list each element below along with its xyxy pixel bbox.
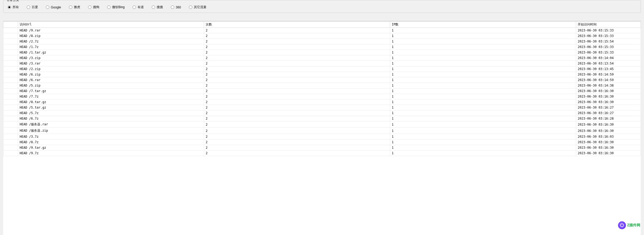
cell-ip: 1 xyxy=(390,39,576,44)
cell-time: 2023-06-30 03:16:27 xyxy=(576,110,641,116)
cell-url: HEAD /3.rar xyxy=(18,61,204,66)
radio-7[interactable]: 搜搜 xyxy=(152,5,163,9)
radio-label: 有道 xyxy=(138,5,144,9)
log-table-container: 访问Url 次数 IP数 开始访问时间 HEAD /9.rar212023-06… xyxy=(3,21,641,235)
col-header-count[interactable]: 次数 xyxy=(204,22,390,28)
cell-blank xyxy=(3,72,18,77)
cell-url: HEAD /7.tar.gz xyxy=(18,88,204,94)
cell-time: 2023-06-30 03:16:30 xyxy=(576,88,641,94)
cell-count: 2 xyxy=(204,151,390,156)
cell-count: 2 xyxy=(204,66,390,72)
engine-category-group: 引擎分类 所有百度Google雅虎搜狗微软Bing有道搜搜360其它流量 xyxy=(3,0,641,13)
radio-4[interactable]: 搜狗 xyxy=(88,5,99,9)
cell-blank xyxy=(3,44,18,50)
cell-ip: 1 xyxy=(390,134,576,140)
radio-label: 所有 xyxy=(13,5,19,9)
table-row[interactable]: HEAD /5.7z212023-06-30 03:16:27 xyxy=(3,110,641,116)
cell-ip: 1 xyxy=(390,50,576,55)
log-table: 访问Url 次数 IP数 开始访问时间 HEAD /9.rar212023-06… xyxy=(3,21,641,156)
table-row[interactable]: HEAD /服务器.rar212023-06-30 03:16:30 xyxy=(3,121,641,128)
col-header-ip[interactable]: IP数 xyxy=(390,22,576,28)
cell-count: 2 xyxy=(204,145,390,151)
radio-label: Google xyxy=(51,6,61,9)
cell-count: 2 xyxy=(204,134,390,140)
cell-time: 2023-06-30 03:14:38 xyxy=(576,83,641,88)
cell-count: 2 xyxy=(204,33,390,39)
cell-blank xyxy=(3,61,18,66)
radio-circle-icon xyxy=(107,6,111,9)
cell-count: 2 xyxy=(204,128,390,134)
cell-url: HEAD /2.zip xyxy=(18,66,204,72)
cell-blank xyxy=(3,50,18,55)
table-row[interactable]: HEAD /9.rar212023-06-30 03:15:33 xyxy=(3,28,641,33)
table-row[interactable]: HEAD /7.tar.gz212023-06-30 03:16:30 xyxy=(3,88,641,94)
cell-ip: 1 xyxy=(390,128,576,134)
table-row[interactable]: HEAD /9.7z212023-06-30 03:16:30 xyxy=(3,151,641,156)
table-row[interactable]: HEAD /3.7z212023-06-30 03:16:03 xyxy=(3,134,641,140)
table-row[interactable]: HEAD /5.tar.gz212023-06-30 03:16:27 xyxy=(3,105,641,110)
radio-circle-icon xyxy=(46,6,49,9)
radio-circle-icon xyxy=(171,6,174,9)
cell-blank xyxy=(3,94,18,99)
cell-count: 2 xyxy=(204,50,390,55)
table-row[interactable]: HEAD /7.7z212023-06-30 03:16:30 xyxy=(3,94,641,99)
table-row[interactable]: HEAD /6.rar212023-06-30 03:14:59 xyxy=(3,77,641,83)
table-row[interactable]: HEAD /6.7z212023-06-30 03:16:28 xyxy=(3,116,641,121)
col-header-blank[interactable] xyxy=(3,22,18,28)
radio-8[interactable]: 360 xyxy=(171,6,181,9)
cell-url: HEAD /5.zip xyxy=(18,83,204,88)
cell-count: 2 xyxy=(204,116,390,121)
cell-time: 2023-06-30 03:15:33 xyxy=(576,50,641,55)
table-row[interactable]: HEAD /8.tar.gz212023-06-30 03:16:30 xyxy=(3,99,641,105)
cell-time: 2023-06-30 03:16:03 xyxy=(576,134,641,140)
cell-blank xyxy=(3,39,18,44)
cell-time: 2023-06-30 03:16:30 xyxy=(576,94,641,99)
cell-time: 2023-06-30 03:16:30 xyxy=(576,151,641,156)
table-row[interactable]: HEAD /3.rar212023-06-30 03:13:54 xyxy=(3,61,641,66)
col-header-url[interactable]: 访问Url xyxy=(18,22,204,28)
table-row[interactable]: HEAD /8.7z212023-06-30 03:16:30 xyxy=(3,140,641,145)
cell-time: 2023-06-30 03:14:59 xyxy=(576,72,641,77)
radio-circle-icon xyxy=(27,6,30,9)
cell-count: 2 xyxy=(204,77,390,83)
col-header-time[interactable]: 开始访问时间 xyxy=(576,22,641,28)
radio-3[interactable]: 雅虎 xyxy=(69,5,80,9)
radio-row: 所有百度Google雅虎搜狗微软Bing有道搜搜360其它流量 xyxy=(6,4,638,10)
cell-time: 2023-06-30 03:15:33 xyxy=(576,33,641,39)
cell-blank xyxy=(3,110,18,116)
cell-ip: 1 xyxy=(390,61,576,66)
radio-0[interactable]: 所有 xyxy=(8,5,19,9)
cell-url: HEAD /3.zip xyxy=(18,55,204,61)
cell-url: HEAD /6.7z xyxy=(18,116,204,121)
radio-circle-icon xyxy=(8,6,11,9)
cell-time: 2023-06-30 03:16:30 xyxy=(576,140,641,145)
radio-2[interactable]: Google xyxy=(46,6,61,9)
cell-count: 2 xyxy=(204,39,390,44)
radio-6[interactable]: 有道 xyxy=(133,5,144,9)
cell-ip: 1 xyxy=(390,83,576,88)
table-row[interactable]: HEAD /3.zip212023-06-30 03:14:04 xyxy=(3,55,641,61)
cell-url: HEAD /6.zip xyxy=(18,72,204,77)
table-row[interactable]: HEAD /9.tar.gz212023-06-30 03:16:30 xyxy=(3,145,641,151)
radio-label: 360 xyxy=(176,6,181,9)
cell-ip: 1 xyxy=(390,33,576,39)
cell-url: HEAD /7.7z xyxy=(18,94,204,99)
cell-ip: 1 xyxy=(390,105,576,110)
table-row[interactable]: HEAD /2.zip212023-06-30 03:13:45 xyxy=(3,66,641,72)
table-row[interactable]: HEAD /6.zip212023-06-30 03:14:59 xyxy=(3,72,641,77)
table-row[interactable]: HEAD /服务器.zip212023-06-30 03:16:30 xyxy=(3,128,641,134)
radio-5[interactable]: 微软Bing xyxy=(107,5,125,9)
table-row[interactable]: HEAD /2.7z212023-06-30 03:15:54 xyxy=(3,39,641,44)
radio-circle-icon xyxy=(88,6,91,9)
app-window: 引擎分类 所有百度Google雅虎搜狗微软Bing有道搜搜360其它流量 访问U… xyxy=(0,0,644,235)
radio-1[interactable]: 百度 xyxy=(27,5,38,9)
cell-url: HEAD /2.7z xyxy=(18,39,204,44)
cell-ip: 1 xyxy=(390,44,576,50)
table-row[interactable]: HEAD /5.zip212023-06-30 03:14:38 xyxy=(3,83,641,88)
cell-time: 2023-06-30 03:15:33 xyxy=(576,28,641,33)
table-row[interactable]: HEAD /8.zip212023-06-30 03:15:33 xyxy=(3,33,641,39)
table-row[interactable]: HEAD /1.tar.gz212023-06-30 03:15:33 xyxy=(3,50,641,55)
radio-9[interactable]: 其它流量 xyxy=(189,5,206,9)
cell-url: HEAD /5.7z xyxy=(18,110,204,116)
table-row[interactable]: HEAD /1.7z212023-06-30 03:15:33 xyxy=(3,44,641,50)
